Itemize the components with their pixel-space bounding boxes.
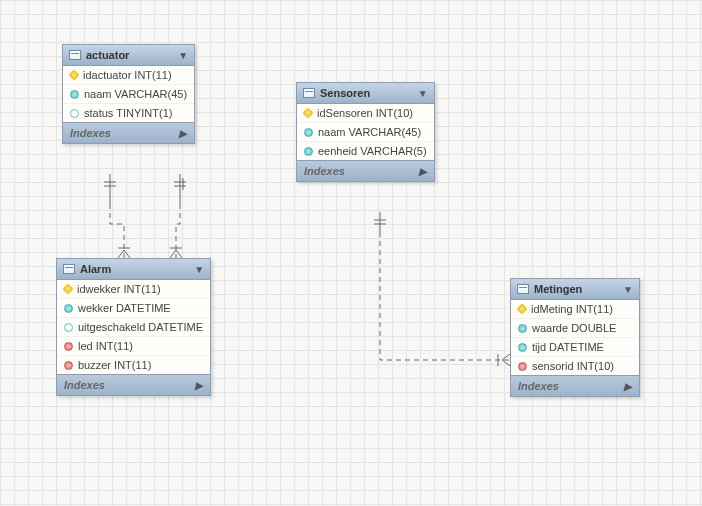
expand-icon: ▶ [179, 128, 187, 139]
entity-title: Metingen [534, 283, 582, 295]
attr-icon [64, 323, 73, 332]
column-row[interactable]: idwekker INT(11) [57, 280, 210, 299]
attr-icon [304, 147, 313, 156]
entity-title: Sensoren [320, 87, 370, 99]
columns-list: idMeting INT(11) waarde DOUBLE tijd DATE… [511, 300, 639, 375]
pk-icon [62, 283, 73, 294]
column-row[interactable]: led INT(11) [57, 337, 210, 356]
expand-icon: ▶ [195, 380, 203, 391]
column-row[interactable]: buzzer INT(11) [57, 356, 210, 374]
pk-icon [68, 69, 79, 80]
column-row[interactable]: idactuator INT(11) [63, 66, 194, 85]
indexes-section[interactable]: Indexes▶ [297, 160, 434, 181]
entity-header[interactable]: Metingen ▼ [511, 279, 639, 300]
columns-list: idactuator INT(11) naam VARCHAR(45) stat… [63, 66, 194, 122]
collapse-icon[interactable]: ▼ [194, 264, 204, 275]
entity-header[interactable]: Sensoren ▼ [297, 83, 434, 104]
entity-sensoren[interactable]: Sensoren ▼ idSensoren INT(10) naam VARCH… [296, 82, 435, 182]
entity-actuator[interactable]: actuator ▼ idactuator INT(11) naam VARCH… [62, 44, 195, 144]
pk-icon [302, 107, 313, 118]
column-row[interactable]: status TINYINT(1) [63, 104, 194, 122]
fk-icon [64, 361, 73, 370]
entity-title: Alarm [80, 263, 111, 275]
table-icon [303, 88, 315, 98]
column-row[interactable]: wekker DATETIME [57, 299, 210, 318]
entity-header[interactable]: actuator ▼ [63, 45, 194, 66]
column-row[interactable]: naam VARCHAR(45) [297, 123, 434, 142]
column-row[interactable]: eenheid VARCHAR(5) [297, 142, 434, 160]
column-row[interactable]: idMeting INT(11) [511, 300, 639, 319]
collapse-icon[interactable]: ▼ [623, 284, 633, 295]
attr-icon [518, 343, 527, 352]
table-icon [517, 284, 529, 294]
expand-icon: ▶ [419, 166, 427, 177]
attr-icon [304, 128, 313, 137]
attr-icon [70, 90, 79, 99]
entity-metingen[interactable]: Metingen ▼ idMeting INT(11) waarde DOUBL… [510, 278, 640, 397]
indexes-section[interactable]: Indexes▶ [63, 122, 194, 143]
columns-list: idwekker INT(11) wekker DATETIME uitgesc… [57, 280, 210, 374]
entity-alarm[interactable]: Alarm ▼ idwekker INT(11) wekker DATETIME… [56, 258, 211, 396]
column-row[interactable]: waarde DOUBLE [511, 319, 639, 338]
column-row[interactable]: idSensoren INT(10) [297, 104, 434, 123]
table-icon [69, 50, 81, 60]
column-row[interactable]: sensorid INT(10) [511, 357, 639, 375]
attr-icon [70, 109, 79, 118]
attr-icon [518, 324, 527, 333]
column-row[interactable]: uitgeschakeld DATETIME [57, 318, 210, 337]
columns-list: idSensoren INT(10) naam VARCHAR(45) eenh… [297, 104, 434, 160]
attr-icon [64, 304, 73, 313]
entity-header[interactable]: Alarm ▼ [57, 259, 210, 280]
indexes-section[interactable]: Indexes▶ [57, 374, 210, 395]
column-row[interactable]: naam VARCHAR(45) [63, 85, 194, 104]
fk-icon [64, 342, 73, 351]
collapse-icon[interactable]: ▼ [418, 88, 428, 99]
fk-icon [518, 362, 527, 371]
collapse-icon[interactable]: ▼ [178, 50, 188, 61]
indexes-section[interactable]: Indexes▶ [511, 375, 639, 396]
expand-icon: ▶ [624, 381, 632, 392]
entity-title: actuator [86, 49, 129, 61]
pk-icon [516, 303, 527, 314]
table-icon [63, 264, 75, 274]
column-row[interactable]: tijd DATETIME [511, 338, 639, 357]
